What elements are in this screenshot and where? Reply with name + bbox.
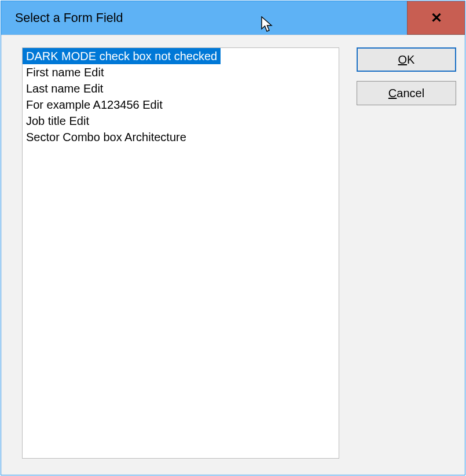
list-item[interactable]: Job title Edit — [23, 113, 93, 129]
titlebar: Select a Form Field ✕ — [1, 1, 465, 35]
list-item[interactable]: Sector Combo box Architecture — [23, 129, 190, 145]
cancel-button[interactable]: Cancel — [357, 81, 456, 105]
form-field-listbox[interactable]: DARK MODE check box not checked First na… — [22, 47, 339, 459]
list-item[interactable]: First name Edit — [23, 64, 107, 80]
button-panel: OK Cancel — [357, 47, 456, 105]
close-icon: ✕ — [431, 11, 442, 25]
dialog-window: Select a Form Field ✕ DARK MODE check bo… — [1, 1, 465, 475]
button-label: Cancel — [388, 87, 424, 100]
ok-button[interactable]: OK — [357, 47, 456, 72]
dialog-content: DARK MODE check box not checked First na… — [1, 35, 465, 475]
list-item[interactable]: Last name Edit — [23, 80, 107, 97]
close-button[interactable]: ✕ — [407, 1, 465, 35]
list-item[interactable]: DARK MODE check box not checked — [23, 48, 221, 64]
window-title: Select a Form Field — [1, 11, 123, 25]
cursor-icon — [261, 16, 276, 34]
button-label: OK — [398, 53, 415, 67]
list-item[interactable]: For example A123456 Edit — [23, 97, 166, 113]
